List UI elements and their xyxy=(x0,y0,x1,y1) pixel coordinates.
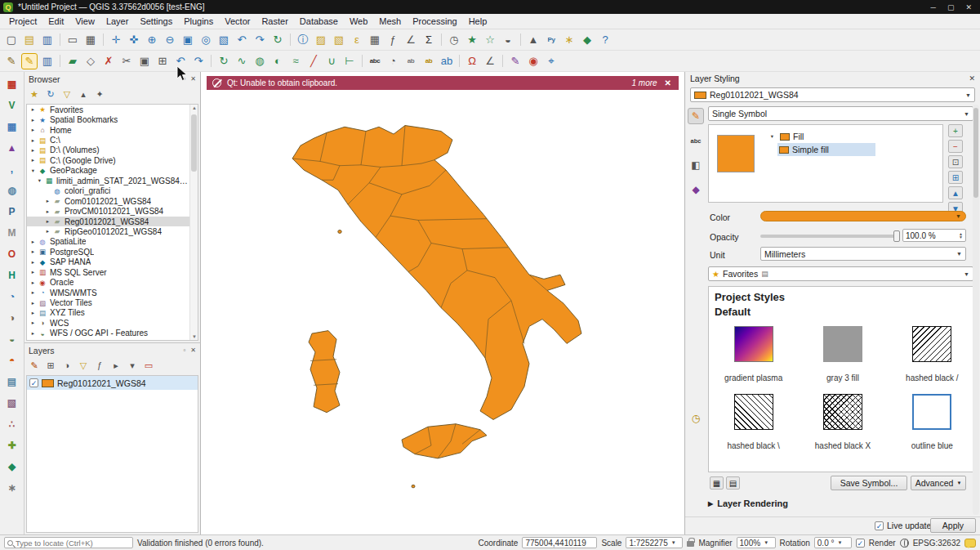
simplify-feature-button[interactable]: ∿ xyxy=(234,53,250,69)
pan-map-button[interactable]: ✛ xyxy=(108,32,124,48)
style-hashed-black-x[interactable]: hashed black X xyxy=(798,394,887,450)
live-update-control[interactable]: ✓ Live update xyxy=(875,521,931,530)
cut-features-button[interactable]: ✂ xyxy=(118,53,135,69)
browser-item-postgresql[interactable]: ▸ ▣ PostgreSQL xyxy=(27,247,198,257)
browser-item-home[interactable]: ▸ ⌂ Home xyxy=(27,125,198,135)
message-bar-more[interactable]: 1 more xyxy=(631,78,657,87)
icon-view-button[interactable]: ▦ xyxy=(710,476,724,490)
browser-item-xyz-tiles[interactable]: ▸ ▤ XYZ Tiles xyxy=(27,308,198,318)
refresh-map-button[interactable]: ↻ xyxy=(270,32,286,48)
menu-settings[interactable]: Settings xyxy=(134,15,178,28)
vertex-tool-button[interactable]: ◇ xyxy=(82,53,99,69)
filter-legend-button[interactable]: ▽ xyxy=(77,359,90,372)
copy-features-button[interactable]: ▣ xyxy=(136,53,153,69)
add-postgis-layer-button[interactable]: P xyxy=(4,203,20,220)
zoom-to-layer-button[interactable]: ▧ xyxy=(216,32,232,48)
menu-mesh[interactable]: Mesh xyxy=(373,15,407,28)
save-symbol-button[interactable]: Save Symbol... xyxy=(831,476,907,490)
manage-map-themes-button[interactable]: ◑ xyxy=(60,359,74,372)
message-bar-close-icon[interactable]: ✕ xyxy=(663,78,673,87)
zoom-full-button[interactable]: ▣ xyxy=(180,32,196,48)
add-mesh-layer-button[interactable]: ▲ xyxy=(4,140,20,156)
browser-refresh-button[interactable]: ↻ xyxy=(44,87,57,101)
add-delimited-text-layer-button[interactable]: , xyxy=(4,161,20,177)
crs-status-button[interactable]: EPSG:32632 xyxy=(913,539,960,548)
delete-selected-button[interactable]: ✗ xyxy=(100,53,117,69)
styling-scrollbar[interactable] xyxy=(973,105,979,515)
browser-item-oracle[interactable]: ▸ ◉ Oracle xyxy=(27,277,198,287)
paste-features-button[interactable]: ⊞ xyxy=(154,53,171,69)
highlight-pinned-labels-button[interactable]: ab xyxy=(421,53,437,69)
mask-tab[interactable]: ◧ xyxy=(688,157,704,173)
scale-combobox[interactable]: 1:7252275▼ xyxy=(626,537,683,548)
browser-item-vector-tiles[interactable]: ▸ ▧ Vector Tiles xyxy=(27,297,198,307)
zoom-next-button[interactable]: ↷ xyxy=(252,32,268,48)
toggle-editing-button[interactable]: ✎ xyxy=(21,53,38,69)
browser-close-button[interactable]: ✕ xyxy=(190,75,196,83)
browser-item-colori-grafici[interactable]: ◍ colori_grafici xyxy=(27,186,198,196)
symbol-tree-root[interactable]: ▾ Fill xyxy=(766,130,939,143)
scale-lock-icon[interactable] xyxy=(687,541,694,547)
osm-place-search-button[interactable]: ◉ xyxy=(525,53,541,69)
browser-properties-button[interactable]: ✦ xyxy=(93,87,106,101)
filter-legend-by-expression-button[interactable]: ƒ xyxy=(93,359,106,372)
locate-input[interactable] xyxy=(16,539,130,548)
pin-labels-button[interactable]: ab xyxy=(403,53,419,69)
apply-button[interactable]: Apply xyxy=(930,518,976,533)
measure-area-button[interactable]: ∠ xyxy=(482,53,498,69)
open-project-button[interactable]: ▤ xyxy=(21,32,38,48)
add-xyz-layer-button[interactable]: ▤ xyxy=(4,373,20,390)
style-gray-3-fill[interactable]: gray 3 fill xyxy=(798,326,887,382)
zoom-in-button[interactable]: ⊕ xyxy=(144,32,160,48)
trim-extend-button[interactable]: ⊢ xyxy=(341,53,358,69)
layer-styling-close-icon[interactable]: ✕ xyxy=(969,74,975,83)
menu-view[interactable]: View xyxy=(69,15,100,28)
opacity-spinbox[interactable]: 100.0 % ▲▼ xyxy=(902,229,966,242)
style-filter-combobox[interactable]: ★ Favorites ▤ ▼ xyxy=(708,266,973,281)
labels-tab[interactable]: abc xyxy=(688,132,704,149)
menu-processing[interactable]: Processing xyxy=(407,15,462,28)
add-vector-layer-button[interactable]: V xyxy=(4,97,20,114)
coordinate-capture-button[interactable]: ⌖ xyxy=(543,53,559,69)
browser-item-provcm01012021[interactable]: ▸ ▰ ProvCM01012021_WGS84 xyxy=(27,206,198,216)
map-tips-button[interactable]: ◒ xyxy=(500,32,516,48)
snapping-button[interactable]: Ω xyxy=(464,53,480,69)
browser-item-d-drive[interactable]: ▸ ▤ D:\ (Volumes) xyxy=(27,145,198,155)
show-layout-manager-button[interactable]: ▦ xyxy=(82,32,99,48)
browser-item-com01012021[interactable]: ▸ ▰ Com01012021_WGS84 xyxy=(27,196,198,206)
menu-edit[interactable]: Edit xyxy=(42,15,69,28)
current-edits-button[interactable]: ✎ xyxy=(3,53,20,69)
style-hashed-black-fwd[interactable]: hashed black / xyxy=(888,326,977,382)
menu-layer[interactable]: Layer xyxy=(100,15,135,28)
collapse-all-layers-button[interactable]: ▾ xyxy=(126,359,139,372)
opacity-slider-handle[interactable] xyxy=(893,230,900,242)
browser-item-ripgeo01012021[interactable]: ▸ ▰ RipGeo01012021_WGS84 xyxy=(27,226,198,236)
add-vector-tile-layer-button[interactable]: ▧ xyxy=(4,395,20,411)
menu-vector[interactable]: Vector xyxy=(219,15,256,28)
redo-button[interactable]: ↷ xyxy=(190,53,207,69)
style-tag-icon[interactable]: ▤ xyxy=(761,270,768,278)
scroll-thumb[interactable] xyxy=(191,114,197,172)
add-wms-layer-button[interactable]: ◔ xyxy=(4,288,20,305)
style-gradient-plasma[interactable]: gradient plasma xyxy=(709,326,798,382)
add-oracle-layer-button[interactable]: O xyxy=(4,246,20,262)
new-3d-map-view-button[interactable]: ▲ xyxy=(525,32,541,48)
browser-scrollbar[interactable]: ▲ ▼ xyxy=(189,105,198,340)
browser-item-mssql[interactable]: ▸ ▥ MS SQL Server xyxy=(27,267,198,277)
temporal-controller-button[interactable]: ◷ xyxy=(446,32,462,48)
measure-line-button[interactable]: ∠ xyxy=(403,32,419,48)
browser-item-spatialite[interactable]: ▸ ◍ SpatiaLite xyxy=(27,237,198,247)
new-shapefile-layer-button[interactable]: ✚ xyxy=(4,437,20,454)
opacity-slider[interactable] xyxy=(760,235,898,238)
add-group-button[interactable]: ⊞ xyxy=(44,359,57,372)
browser-add-favorite-button[interactable]: ★ xyxy=(28,87,41,101)
annotation-toolbar-button[interactable]: ✎ xyxy=(507,53,523,69)
spin-arrows-icon[interactable]: ▲▼ xyxy=(959,232,963,239)
unit-combobox[interactable]: Millimeters ▼ xyxy=(760,247,966,261)
symbol-tree-simple-fill[interactable]: Simple fill xyxy=(777,143,875,156)
layer-labeling-button[interactable]: abc xyxy=(367,53,383,69)
expand-all-button[interactable]: ▸ xyxy=(109,359,122,372)
save-project-button[interactable]: ▥ xyxy=(39,32,56,48)
menu-plugins[interactable]: Plugins xyxy=(178,15,219,28)
move-label-button[interactable]: ab xyxy=(439,53,455,69)
